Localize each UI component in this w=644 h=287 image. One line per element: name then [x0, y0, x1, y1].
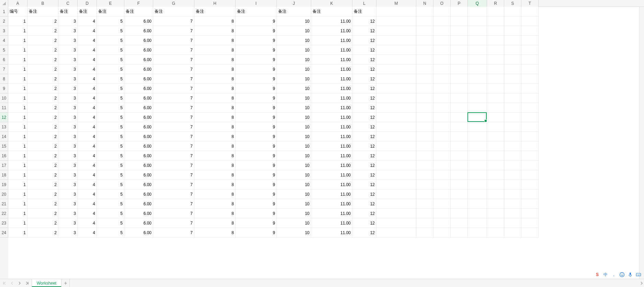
cell-K13[interactable]: 11.00	[311, 122, 352, 132]
cell-S15[interactable]	[504, 141, 521, 151]
cell-S2[interactable]	[504, 16, 521, 26]
cell-T9[interactable]	[521, 84, 539, 93]
cell-K24[interactable]: 11.00	[311, 228, 352, 238]
cell-Q2[interactable]	[468, 16, 487, 26]
cell-L15[interactable]: 12	[352, 141, 376, 151]
cell-Q4[interactable]	[468, 36, 487, 45]
cell-H16[interactable]: 8	[194, 151, 236, 161]
row-header-6[interactable]: 6	[0, 55, 8, 65]
column-header-D[interactable]: D	[78, 0, 97, 7]
cell-N23[interactable]	[416, 218, 433, 228]
cell-O11[interactable]	[433, 103, 451, 113]
cell-R6[interactable]	[487, 55, 504, 65]
cell-H15[interactable]: 8	[194, 141, 236, 151]
ime-voice-icon[interactable]	[627, 271, 634, 278]
cell-G19[interactable]: 7	[153, 180, 194, 190]
cell-T11[interactable]	[521, 103, 539, 113]
cell-Q17[interactable]	[468, 161, 487, 170]
cell-O21[interactable]	[433, 199, 451, 209]
cell-B24[interactable]: 2	[27, 228, 58, 238]
cell-I12[interactable]: 9	[236, 113, 277, 122]
cell-R9[interactable]	[487, 84, 504, 93]
cell-R21[interactable]	[487, 199, 504, 209]
cell-H6[interactable]: 8	[194, 55, 236, 65]
cell-H4[interactable]: 8	[194, 36, 236, 45]
cell-I10[interactable]: 9	[236, 93, 277, 103]
cell-T16[interactable]	[521, 151, 539, 161]
cell-L1[interactable]: 备注	[352, 7, 376, 16]
cell-K7[interactable]: 11.00	[311, 65, 352, 74]
cell-R22[interactable]	[487, 209, 504, 218]
cell-T6[interactable]	[521, 55, 539, 65]
cell-P2[interactable]	[451, 16, 468, 26]
cell-L24[interactable]: 12	[352, 228, 376, 238]
cell-R19[interactable]	[487, 180, 504, 190]
cell-Q3[interactable]	[468, 26, 487, 36]
ime-logo-icon[interactable]: S	[594, 271, 601, 278]
cell-A16[interactable]: 1	[8, 151, 27, 161]
cell-K16[interactable]: 11.00	[311, 151, 352, 161]
cell-G6[interactable]: 7	[153, 55, 194, 65]
cell-J13[interactable]: 10	[277, 122, 311, 132]
cell-N24[interactable]	[416, 228, 433, 238]
column-header-C[interactable]: C	[58, 0, 78, 7]
cell-Q5[interactable]	[468, 45, 487, 55]
cell-T20[interactable]	[521, 190, 539, 199]
cell-E14[interactable]: 5	[97, 132, 124, 141]
cell-R12[interactable]	[487, 113, 504, 122]
cell-T5[interactable]	[521, 45, 539, 55]
cell-C10[interactable]: 3	[58, 93, 78, 103]
cell-P21[interactable]	[451, 199, 468, 209]
cell-N5[interactable]	[416, 45, 433, 55]
cell-C7[interactable]: 3	[58, 65, 78, 74]
cell-A14[interactable]: 1	[8, 132, 27, 141]
row-header-10[interactable]: 10	[0, 93, 8, 103]
cell-D23[interactable]: 4	[78, 218, 97, 228]
cell-P18[interactable]	[451, 170, 468, 180]
cell-L23[interactable]: 12	[352, 218, 376, 228]
cell-G17[interactable]: 7	[153, 161, 194, 170]
cell-C13[interactable]: 3	[58, 122, 78, 132]
cell-T14[interactable]	[521, 132, 539, 141]
cell-I18[interactable]: 9	[236, 170, 277, 180]
cell-O18[interactable]	[433, 170, 451, 180]
column-header-O[interactable]: O	[433, 0, 451, 7]
cell-E1[interactable]: 备注	[97, 7, 124, 16]
column-header-F[interactable]: F	[124, 0, 153, 7]
cell-I7[interactable]: 9	[236, 65, 277, 74]
cell-B12[interactable]: 2	[27, 113, 58, 122]
cell-M12[interactable]	[376, 113, 416, 122]
cell-E13[interactable]: 5	[97, 122, 124, 132]
cell-S8[interactable]	[504, 74, 521, 84]
cell-F16[interactable]: 6.00	[124, 151, 153, 161]
cell-J5[interactable]: 10	[277, 45, 311, 55]
cell-K9[interactable]: 11.00	[311, 84, 352, 93]
cell-F7[interactable]: 6.00	[124, 65, 153, 74]
cell-G9[interactable]: 7	[153, 84, 194, 93]
cell-F3[interactable]: 6.00	[124, 26, 153, 36]
cell-M24[interactable]	[376, 228, 416, 238]
cell-S10[interactable]	[504, 93, 521, 103]
cell-J9[interactable]: 10	[277, 84, 311, 93]
cell-B1[interactable]: 备注	[27, 7, 58, 16]
cell-H11[interactable]: 8	[194, 103, 236, 113]
cell-A17[interactable]: 1	[8, 161, 27, 170]
cell-P16[interactable]	[451, 151, 468, 161]
cell-O4[interactable]	[433, 36, 451, 45]
cell-J11[interactable]: 10	[277, 103, 311, 113]
cell-B19[interactable]: 2	[27, 180, 58, 190]
cell-C11[interactable]: 3	[58, 103, 78, 113]
cell-M3[interactable]	[376, 26, 416, 36]
cell-G8[interactable]: 7	[153, 74, 194, 84]
cell-L20[interactable]: 12	[352, 190, 376, 199]
cell-C4[interactable]: 3	[58, 36, 78, 45]
cell-M20[interactable]	[376, 190, 416, 199]
cell-N7[interactable]	[416, 65, 433, 74]
column-header-M[interactable]: M	[376, 0, 416, 7]
cell-I4[interactable]: 9	[236, 36, 277, 45]
cell-J2[interactable]: 10	[277, 16, 311, 26]
cell-N6[interactable]	[416, 55, 433, 65]
cell-J22[interactable]: 10	[277, 209, 311, 218]
cell-M6[interactable]	[376, 55, 416, 65]
cell-F8[interactable]: 6.00	[124, 74, 153, 84]
